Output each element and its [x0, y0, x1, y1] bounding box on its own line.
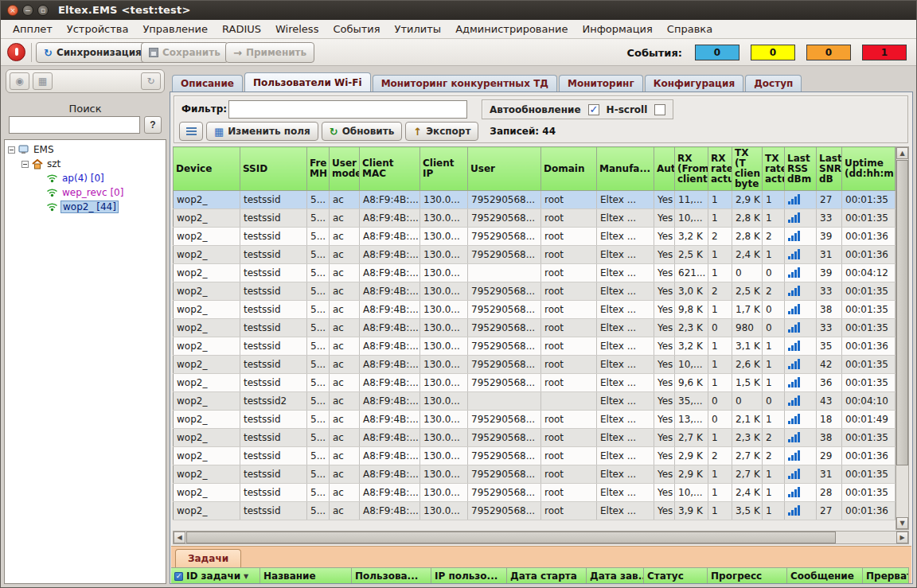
- menu-item[interactable]: Информация: [575, 21, 659, 37]
- table-row[interactable]: wop2_testssid5...acA8:F9:4B:...130.0...7…: [174, 228, 896, 246]
- column-header[interactable]: TX (T clien byte: [732, 147, 763, 191]
- tasks-column-header[interactable]: Дата старта: [507, 567, 587, 583]
- maximize-icon[interactable]: ▫: [37, 5, 49, 16]
- columns-button[interactable]: [179, 122, 203, 141]
- tree-node[interactable]: ap(4) [0]: [5, 171, 166, 185]
- tab-item[interactable]: Конфигурация: [645, 75, 743, 92]
- column-header[interactable]: TX rate actu: [763, 147, 785, 191]
- scroll-right-icon[interactable]: ▶: [896, 532, 908, 543]
- table-row[interactable]: wop2_testssid5...acA8:F9:4B:...130.0...7…: [174, 246, 896, 264]
- edit-fields-button[interactable]: ▦ Изменить поля: [206, 122, 318, 141]
- menu-item[interactable]: Wireless: [268, 21, 326, 37]
- table-row[interactable]: wop2_testssid5...acA8:F9:4B:...130.0...7…: [174, 209, 896, 228]
- tree-expander-icon[interactable]: [21, 161, 29, 168]
- close-icon[interactable]: ×: [7, 5, 18, 16]
- event-counter[interactable]: 0: [751, 45, 795, 60]
- event-counter[interactable]: 0: [806, 45, 851, 60]
- column-header[interactable]: User mode: [330, 147, 360, 191]
- tasks-column-header[interactable]: Пользова...: [352, 567, 431, 583]
- autorefresh-checkbox[interactable]: [588, 104, 599, 115]
- tasks-column-header[interactable]: ✓ID задачи▼: [171, 567, 260, 583]
- table-row[interactable]: wop2_testssid5...acA8:F9:4B:...130.0...7…: [174, 319, 896, 337]
- table-row[interactable]: wop2_testssid5...acA8:F9:4B:...130.0...7…: [174, 429, 896, 447]
- column-header[interactable]: Device: [174, 147, 240, 191]
- tab-tasks[interactable]: Задачи: [175, 549, 241, 567]
- tasks-column-header[interactable]: Прервать: [863, 567, 909, 583]
- minimize-icon[interactable]: −: [22, 5, 33, 16]
- tree-node[interactable]: EMS: [5, 142, 166, 157]
- column-header[interactable]: Aut: [654, 147, 675, 191]
- menu-item[interactable]: Устройства: [60, 21, 136, 37]
- column-header[interactable]: Last SNR dB: [817, 147, 842, 191]
- scroll-down-icon[interactable]: ▼: [896, 517, 908, 529]
- menu-item[interactable]: Администрирование: [448, 21, 575, 37]
- tasks-column-header[interactable]: Прогресс: [708, 567, 787, 583]
- table-row[interactable]: wop2_testssid5...acA8:F9:4B:...130.0...7…: [174, 484, 896, 502]
- tasks-column-header[interactable]: Дата зав...: [587, 567, 644, 583]
- column-header[interactable]: Client IP: [420, 147, 468, 191]
- help-button[interactable]: ?: [144, 116, 162, 134]
- tree-node[interactable]: wop2_ [44]: [5, 200, 166, 214]
- vscrollbar-thumb[interactable]: [896, 160, 908, 465]
- hscroll-checkbox[interactable]: [654, 104, 665, 115]
- apply-button[interactable]: → Применить: [225, 42, 314, 63]
- tab-item[interactable]: Доступ: [745, 75, 802, 92]
- globe-icon[interactable]: ◉: [10, 72, 29, 90]
- column-header[interactable]: RX rate actu: [708, 147, 732, 191]
- table-row[interactable]: wop2_testssid5...acA8:F9:4B:...130.0...7…: [174, 191, 896, 209]
- table-row[interactable]: wop2_testssid25...acA8:F9:4B:...130.0...…: [174, 392, 896, 411]
- reload-icon[interactable]: ↻: [141, 72, 161, 90]
- tree-node[interactable]: szt: [5, 157, 166, 171]
- table-row[interactable]: wop2_testssid5...acA8:F9:4B:...130.0...7…: [174, 447, 896, 465]
- export-button[interactable]: ↑ Экспорт: [405, 122, 478, 141]
- column-header[interactable]: Fre MH: [307, 147, 330, 191]
- table-row[interactable]: wop2_testssid5...acA8:F9:4B:...130.0...7…: [174, 282, 896, 301]
- tasks-column-header[interactable]: Название: [260, 567, 352, 583]
- refresh-button[interactable]: ↻ Обновить: [322, 122, 403, 141]
- tab-item[interactable]: Мониторинг конкурентных ТД: [373, 75, 557, 92]
- column-header[interactable]: Manufa...: [597, 147, 654, 191]
- column-header[interactable]: Last RSS dBm: [785, 147, 817, 191]
- tree-node[interactable]: wep_revc [0]: [5, 185, 166, 200]
- hscrollbar-thumb[interactable]: [186, 532, 836, 543]
- table-row[interactable]: wop2_testssid5...acA8:F9:4B:...130.0...7…: [174, 356, 896, 374]
- horizontal-scrollbar[interactable]: ◀ ▶: [173, 531, 909, 544]
- stop-icon[interactable]: [7, 43, 25, 61]
- tasks-column-header[interactable]: Сообщение: [787, 567, 863, 583]
- search-input[interactable]: [9, 116, 140, 134]
- table-row[interactable]: wop2_testssid5...acA8:F9:4B:...130.0...7…: [174, 374, 896, 392]
- menu-item[interactable]: RADIUS: [215, 21, 268, 37]
- save-button[interactable]: Сохранить: [141, 42, 228, 63]
- column-header[interactable]: Client MAC: [360, 147, 420, 191]
- tasks-column-header[interactable]: IP пользо...: [431, 567, 507, 583]
- column-header[interactable]: User: [468, 147, 541, 191]
- tab-item[interactable]: Описание: [172, 75, 243, 92]
- tab-active[interactable]: Пользователи Wi-Fi: [244, 72, 371, 92]
- menu-item[interactable]: Управление: [135, 21, 215, 37]
- column-header[interactable]: Domain: [541, 147, 597, 191]
- tab-item[interactable]: Мониторинг: [559, 75, 643, 92]
- tree-expander-icon[interactable]: [8, 146, 15, 154]
- table-row[interactable]: wop2_testssid5...acA8:F9:4B:...130.0...7…: [174, 502, 896, 520]
- menu-item[interactable]: События: [326, 21, 387, 37]
- column-header[interactable]: SSID: [240, 147, 307, 191]
- menu-item[interactable]: Апплет: [6, 21, 60, 37]
- vertical-scrollbar[interactable]: ▲ ▼: [896, 146, 909, 530]
- building-icon[interactable]: ▦: [33, 72, 53, 90]
- table-row[interactable]: wop2_testssid5...acA8:F9:4B:...130.0...7…: [174, 411, 896, 429]
- sync-button[interactable]: ↻ Синхронизация: [36, 42, 150, 63]
- column-header[interactable]: Uptime (dd:hh:m: [842, 147, 896, 191]
- filter-input[interactable]: [228, 100, 467, 119]
- table-row[interactable]: wop2_testssid5...acA8:F9:4B:...130.0...r…: [174, 264, 896, 282]
- table-row[interactable]: wop2_testssid5...acA8:F9:4B:...130.0...7…: [174, 465, 896, 484]
- tasks-column-header[interactable]: Статус: [644, 567, 708, 583]
- column-header[interactable]: RX (From client: [675, 147, 708, 191]
- menu-item[interactable]: Справка: [660, 21, 720, 37]
- scroll-up-icon[interactable]: ▲: [896, 147, 908, 159]
- table-row[interactable]: wop2_testssid5...acA8:F9:4B:...130.0...7…: [174, 301, 896, 319]
- scroll-left-icon[interactable]: ◀: [174, 532, 185, 543]
- event-counter[interactable]: 1: [862, 45, 907, 60]
- table-row[interactable]: wop2_testssid5...acA8:F9:4B:...130.0...7…: [174, 337, 896, 356]
- menu-item[interactable]: Утилиты: [388, 21, 449, 37]
- event-counter[interactable]: 0: [695, 45, 739, 60]
